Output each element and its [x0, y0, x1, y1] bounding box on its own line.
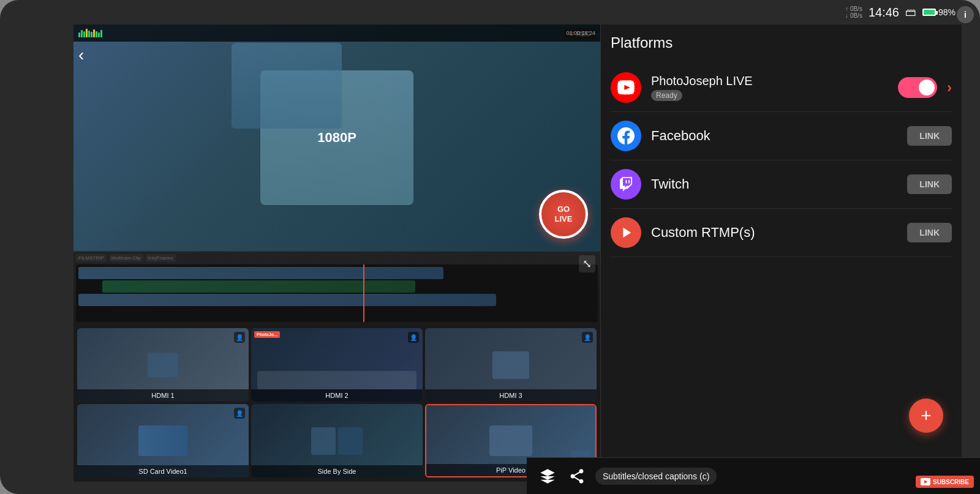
download-speed: ↓ 0B/s: [845, 12, 862, 19]
main-screen: ‹: [74, 24, 962, 482]
timeline-area: FILMSTRIP Multicam Clip KeyFrames ⤡: [74, 251, 600, 324]
subtitles-label[interactable]: Subtitles/closed captions (c): [595, 468, 717, 485]
platform-row-youtube: PhotoJoseph LIVE Ready ›: [611, 64, 952, 112]
thumb-label-1: HDMI 1: [77, 389, 249, 402]
left-panel: ‹: [74, 24, 600, 482]
battery-indicator: [922, 9, 936, 16]
storage-icon: 🗃: [905, 6, 916, 19]
thumb-person-icon-4: 👤: [234, 408, 245, 419]
layers-icon[interactable]: [537, 465, 559, 487]
rtmp-link-button[interactable]: LINK: [907, 223, 952, 242]
facebook-name: Facebook: [651, 128, 897, 144]
youtube-icon: [611, 72, 641, 103]
thumb-person-icon-1: 👤: [234, 332, 245, 343]
back-button[interactable]: ‹: [78, 45, 84, 65]
platform-row-facebook: Facebook LINK: [611, 112, 952, 160]
share-icon[interactable]: [566, 465, 588, 487]
timeline-track-2: [102, 280, 415, 293]
timeline-label-1: FILMSTRIP: [76, 254, 107, 262]
thumb-label-5: Side By Side: [251, 465, 423, 477]
youtube-name: PhotoJoseph LIVE: [651, 74, 753, 88]
platform-row-twitch: Twitch LINK: [611, 160, 952, 209]
thumb-person-icon-3: 👤: [582, 332, 593, 343]
rtmp-name: Custom RTMP(s): [651, 225, 897, 241]
thumb-label-2: HDMI 2: [251, 389, 423, 402]
rtmp-icon: [611, 217, 641, 248]
thumbnail-hdmi1[interactable]: 👤 HDMI 1: [77, 328, 249, 402]
subscribe-badge: SUBSCRIBE: [916, 476, 974, 488]
upload-speed: ↑ 0B/s: [845, 6, 862, 12]
youtube-toggle[interactable]: [898, 77, 937, 98]
twitch-link-button[interactable]: LINK: [907, 174, 952, 194]
timeline-track-1: [78, 267, 443, 279]
battery-icon: 98%: [922, 7, 956, 17]
timeline-label-3: KeyFrames: [146, 254, 176, 262]
timeline-track-3: [78, 294, 496, 306]
preview-toolbar: 01:00:16:24: [74, 24, 600, 42]
right-panel: Platforms PhotoJoseph LIVE Ready ›: [600, 24, 962, 482]
battery-percent: 98%: [938, 7, 956, 17]
thumb-person-icon-2: 👤: [408, 332, 419, 343]
timeline-label-2: Multicam Clip: [109, 254, 143, 262]
add-platform-button[interactable]: +: [909, 399, 943, 433]
youtube-chevron[interactable]: ›: [947, 79, 952, 96]
timeline-inner: FILMSTRIP Multicam Clip KeyFrames: [74, 252, 600, 324]
thumbnail-sidebyside[interactable]: Side By Side: [251, 404, 423, 477]
timeline-tracks: [76, 264, 598, 322]
facebook-icon: [611, 121, 641, 151]
device-frame: i ↑ 0B/s ↓ 0B/s 14:46 🗃 98% ‹: [0, 0, 980, 494]
thumbnail-hdmi2[interactable]: PhotoJo... 👤 HDMI 2: [251, 328, 423, 402]
thumbnail-grid: 👤 HDMI 1 PhotoJo... 👤 HDMI 2: [74, 324, 600, 482]
network-speed: ↑ 0B/s ↓ 0B/s: [845, 6, 862, 19]
timeline-header: FILMSTRIP Multicam Clip KeyFrames: [76, 254, 598, 262]
thumb-label-4: SD Card Video1: [77, 465, 249, 477]
twitch-name: Twitch: [651, 176, 897, 192]
thumbnail-sdcard[interactable]: 👤 SD Card Video1: [77, 404, 249, 477]
status-bar: ↑ 0B/s ↓ 0B/s 14:46 🗃 98%: [839, 0, 962, 24]
platforms-title: Platforms: [611, 34, 952, 51]
youtube-status: Ready: [651, 90, 682, 101]
preview-video: 1080P REC GOLIVE: [74, 24, 600, 251]
facebook-link-button[interactable]: LINK: [907, 126, 952, 146]
clock: 14:46: [869, 6, 899, 20]
resolution-badge: 1080P: [317, 130, 356, 146]
platform-row-rtmp: Custom RTMP(s) LINK: [611, 209, 952, 257]
audio-levels: [78, 29, 102, 37]
toggle-knob: [919, 80, 935, 95]
go-live-button[interactable]: GOLIVE: [539, 190, 588, 239]
main-preview: 01:00:16:24 1080P REC: [74, 24, 600, 251]
thumb-label-3: HDMI 3: [425, 389, 597, 402]
bottom-bar: Subtitles/closed captions (c): [527, 457, 980, 494]
yt-mini-icon: [921, 478, 930, 485]
expand-button[interactable]: ⤡: [579, 255, 595, 272]
youtube-info: PhotoJoseph LIVE Ready: [651, 74, 753, 101]
thumbnail-hdmi3[interactable]: 👤 HDMI 3: [425, 328, 597, 402]
timeline-playhead: [363, 264, 364, 322]
twitch-icon: [611, 169, 641, 200]
